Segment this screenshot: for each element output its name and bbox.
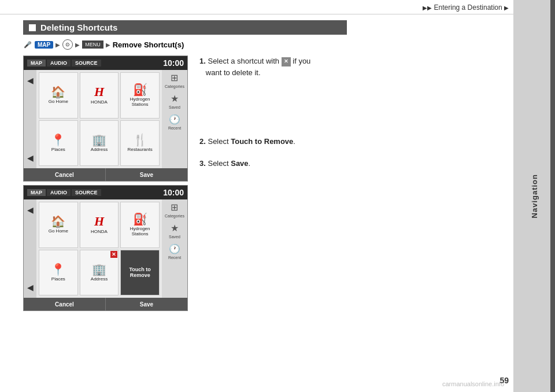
screen2-shortcut-hydrogen[interactable]: ⛽ Hydrogen Stations	[120, 202, 160, 248]
screen1-body: ◀ ◀ 🏠 Go Home H HONDA	[24, 70, 187, 168]
screen2-shortcuts-grid: 🏠 Go Home H HONDA ⛽ Hydrogen Stations	[36, 199, 162, 298]
shortcut-restaurants[interactable]: 🍴 Restaurants	[120, 120, 160, 167]
screen2-hydrogen-label: Hydrogen Stations	[122, 226, 158, 236]
step3-num: 3.	[199, 159, 206, 168]
menu-label: MENU	[85, 42, 101, 47]
shortcut-hydrogen[interactable]: ⛽ Hydrogen Stations	[120, 72, 160, 119]
categories-icon: ⊞	[171, 72, 178, 83]
step1-text: Select a shortcut with	[208, 57, 279, 65]
instruction-step-1: 1. Select a shortcut with ✕ if you want …	[199, 56, 503, 78]
screen2-time: 10:00	[163, 188, 184, 197]
screen2-delete-badge: ✕	[110, 251, 117, 258]
screen2-saved-item[interactable]: ★ Saved	[169, 223, 180, 239]
breadcrumb-arrow-1: ▶	[56, 42, 60, 48]
step3-suffix: .	[249, 159, 251, 168]
screen1-bottom-bar: Cancel Save	[24, 168, 187, 181]
screen2-categories-item[interactable]: ⊞ Categories	[165, 202, 184, 218]
step3-bold: Save	[231, 159, 248, 168]
main-content: Deleting Shortcuts 🎤 MAP ▶ ⊙ ▶ MENU ▶ Re…	[0, 14, 555, 317]
places-label: Places	[51, 147, 65, 152]
screen2-address-icon: 🏢	[92, 264, 106, 275]
screen2-right-panel: ⊞ Categories ★ Saved 🕐 Recent	[162, 199, 187, 298]
screen1-up-arrow[interactable]: ◀	[27, 76, 34, 85]
step3-prefix: Select	[208, 159, 231, 168]
screen1-tab-audio[interactable]: AUDIO	[47, 60, 71, 66]
screen1-tab-map[interactable]: MAP	[27, 60, 46, 66]
screen2-topbar: MAP AUDIO SOURCE 10:00	[24, 186, 187, 199]
screen2-down-arrow[interactable]: ◀	[27, 283, 34, 292]
menu-badge: MENU	[82, 40, 103, 49]
honda-icon: H	[94, 86, 104, 98]
shortcut-places[interactable]: 📍 Places	[39, 120, 78, 167]
screen1-down-arrow[interactable]: ◀	[27, 153, 34, 162]
step2-bold: Touch to Remove	[231, 137, 293, 146]
screen2-saved-icon: ★	[171, 223, 179, 234]
screen2-tab-map[interactable]: MAP	[27, 189, 46, 196]
recent-icon: 🕐	[169, 114, 180, 125]
screen2-shortcut-places[interactable]: 📍 Places	[39, 250, 78, 296]
sidebar-label: Navigation	[530, 174, 539, 218]
step2-prefix: Select	[208, 137, 231, 146]
screenshots-column: MAP AUDIO SOURCE 10:00 ◀ ◀ 🏠 Go Home	[23, 56, 188, 311]
screen2-bottom-bar: Cancel Save	[24, 298, 187, 310]
nav-screen-1: MAP AUDIO SOURCE 10:00 ◀ ◀ 🏠 Go Home	[23, 56, 188, 182]
header-title: Entering a Destination	[434, 3, 502, 12]
screen2-shortcut-address[interactable]: 🏢 Address ✕	[80, 250, 119, 296]
restaurants-label: Restaurants	[128, 147, 153, 152]
breadcrumb-arrow-3: ▶	[106, 42, 110, 48]
breadcrumb-arrow-2: ▶	[75, 42, 80, 48]
screen2-cancel-btn[interactable]: Cancel	[24, 298, 106, 310]
screen2-recent-item[interactable]: 🕐 Recent	[168, 243, 181, 260]
step1-num: 1.	[199, 57, 206, 65]
screen2-places-label: Places	[51, 276, 65, 282]
screen1-tab-source[interactable]: SOURCE	[72, 60, 101, 66]
screen2-recent-icon: 🕐	[169, 243, 180, 254]
nav-screen-2: MAP AUDIO SOURCE 10:00 ◀ ◀ 🏠 Go Home	[23, 185, 188, 311]
screen2-categories-icon: ⊞	[171, 202, 178, 213]
header-arrows: ▶▶	[423, 5, 432, 11]
touch-remove-text: Touch to Remove	[122, 267, 158, 278]
shortcut-go-home[interactable]: 🏠 Go Home	[39, 72, 78, 119]
mic-icon: 🎤	[23, 40, 32, 49]
screen2-shortcut-honda[interactable]: H HONDA	[80, 202, 119, 248]
recent-item[interactable]: 🕐 Recent	[168, 114, 181, 130]
remove-shortcut-label: Remove Shortcut(s)	[113, 40, 184, 49]
shortcut-address[interactable]: 🏢 Address	[80, 120, 119, 167]
instructions-column: 1. Select a shortcut with ✕ if you want …	[199, 56, 503, 311]
screen2-up-arrow[interactable]: ◀	[27, 205, 34, 215]
screen2-categories-label: Categories	[165, 214, 184, 218]
screen2-tab-audio[interactable]: AUDIO	[47, 189, 71, 196]
screen2-shortcut-go-home[interactable]: 🏠 Go Home	[39, 202, 78, 248]
hydrogen-icon: ⛽	[133, 84, 147, 95]
screen2-tab-source[interactable]: SOURCE	[72, 189, 101, 196]
recent-label: Recent	[168, 126, 181, 130]
screen1-save-btn[interactable]: Save	[106, 168, 187, 181]
screen1-cancel-btn[interactable]: Cancel	[24, 168, 106, 181]
screen2-address-label: Address	[91, 276, 108, 282]
map-badge: MAP	[35, 41, 53, 49]
step1-x-icon: ✕	[282, 57, 291, 66]
screen1-shortcuts-grid: 🏠 Go Home H HONDA ⛽ Hydrogen Stations	[36, 70, 162, 168]
address-icon: 🏢	[92, 134, 106, 146]
touch-to-remove-btn[interactable]: Touch to Remove	[120, 250, 160, 296]
header-suffix-arrow: ▶	[504, 5, 509, 11]
screen2-honda-label: HONDA	[91, 229, 108, 234]
hydrogen-label: Hydrogen Stations	[122, 97, 158, 107]
shortcut-honda[interactable]: H HONDA	[80, 72, 119, 119]
places-icon: 📍	[51, 134, 65, 146]
screen2-save-btn[interactable]: Save	[106, 298, 187, 310]
saved-label: Saved	[169, 105, 180, 109]
screen2-left-nav: ◀ ◀	[24, 199, 36, 298]
screen2-places-icon: 📍	[51, 264, 65, 275]
instruction-step-3: 3. Select Save.	[199, 158, 503, 169]
categories-item[interactable]: ⊞ Categories	[165, 72, 184, 88]
watermark: carmanualsonline.info	[442, 380, 504, 387]
breadcrumb: 🎤 MAP ▶ ⊙ ▶ MENU ▶ Remove Shortcut(s)	[23, 39, 503, 50]
screen2-go-home-icon: 🏠	[51, 216, 65, 227]
saved-item[interactable]: ★ Saved	[169, 93, 180, 109]
categories-label: Categories	[165, 84, 184, 88]
screen2-recent-label: Recent	[168, 256, 181, 260]
screen2-saved-label: Saved	[169, 235, 180, 239]
go-home-label: Go Home	[49, 99, 68, 104]
section-square-icon	[29, 24, 36, 31]
